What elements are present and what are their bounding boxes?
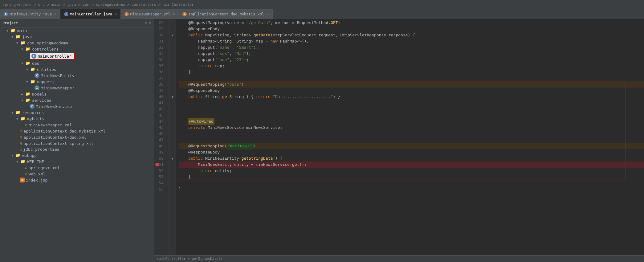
gutter-40[interactable]: ▼ [169, 94, 176, 100]
tab-mainController[interactable]: C mainController.java ✕ [60, 9, 121, 19]
tree-item-mybatis[interactable]: ▼ 📁 mybatis [0, 116, 154, 122]
line-num-47: 47 [154, 137, 166, 143]
code-line-51: MiniNewsEntity entity = minNewsService.g… [179, 162, 644, 168]
keyword: return [198, 63, 213, 69]
code-lines[interactable]: @RequestMapping(value = "/getData", meth… [176, 19, 644, 193]
tree-item-java[interactable]: ▼ 📁 java [0, 34, 154, 40]
code-line-38: @RequestMapping("data") [179, 81, 644, 88]
expand-arrow: ▶ [20, 92, 25, 96]
gutter-55 [169, 186, 176, 192]
code-text: ); [246, 51, 251, 57]
code-line-48: @RequestMapping("mininews") [179, 143, 644, 149]
editor-wrapper[interactable]: @RequestMapping(value = "/getData", meth… [176, 19, 644, 255]
tree-label: WEB-INF [27, 159, 44, 164]
tree-item-appCtx-dao-mybatis[interactable]: ≋ applicationContext.dao.mybatis.xml [0, 128, 154, 134]
code-text: @RequestMapping( [179, 81, 227, 88]
gutter-50[interactable]: ▼ [169, 155, 176, 162]
tree-item-resources[interactable]: ▼ 📁 resources [0, 109, 154, 116]
tree-item-mappers[interactable]: ▼ 📁 mappers [0, 79, 154, 85]
jsp-file-icon: JS [20, 178, 25, 182]
code-text: ; } [333, 94, 340, 100]
code-text: , [232, 44, 237, 51]
code-line-50: public MiniNewsEntity getStringData() { [179, 155, 644, 162]
line-num-33: 33 [154, 51, 166, 57]
tree-item-entities[interactable]: ▼ 📁 entities [0, 66, 154, 72]
tree-item-controllers[interactable]: ▼ 📁 controllers [0, 46, 154, 52]
line-num-54: 54 [154, 180, 166, 186]
tree-item-MiniNewsMapper-xml[interactable]: ≋ MiniNewsMapper.xml [0, 122, 154, 128]
tree-item-web-xml[interactable]: ≋ web.xml [0, 171, 154, 177]
editor-area: 28 29 30 31 32 33 34 35 36 37 38 39 40 4… [154, 19, 644, 262]
expand-icon[interactable]: ⊞ [149, 21, 151, 25]
tab-miniNewsMapper[interactable]: ≋ MiniNewsMapper.xml ✕ [121, 9, 179, 19]
tree-item-dao[interactable]: ▼ 📁 dao [0, 60, 154, 66]
tree-item-jdbc-props[interactable]: ⚙ jdbc.properties [0, 146, 154, 152]
gutter-52 [169, 168, 176, 174]
code-line-54 [179, 180, 644, 186]
gutter-34 [169, 57, 176, 63]
tree-item-main[interactable]: ▼ 📁 main [0, 27, 154, 34]
gutter-28 [169, 20, 176, 26]
gutter-45 [169, 125, 176, 131]
tree-item-MiniNewsEntity[interactable]: C MiniNewsEntity [0, 72, 154, 79]
xml-file-icon: ≋ [25, 171, 27, 176]
code-text: , [229, 51, 234, 57]
tab-miniNewsEntity[interactable]: C MiniNewsEntity.java ✕ [0, 9, 60, 19]
code-text: ) [242, 81, 244, 88]
tree-label: mappers [37, 80, 54, 84]
code-line-42 [179, 106, 644, 112]
close-tab-miniNewsMapper[interactable]: ✕ [173, 12, 175, 16]
close-tab-miniNewsEntity[interactable]: ✕ [54, 12, 56, 16]
tree-item-services[interactable]: ▼ 📁 services [0, 97, 154, 103]
tree-label: webapp [22, 153, 37, 158]
code-text: MiniNewsEntity [203, 155, 241, 162]
code-text: (HttpServletRequest request, HttpServlet… [270, 32, 415, 38]
expand-arrow: ▼ [20, 99, 25, 102]
expand-arrow: ▼ [15, 41, 20, 45]
tree-item-mainController[interactable]: C mainController [0, 52, 154, 60]
tree-item-MiniNewsMapper[interactable]: I MiniNewsMapper [0, 85, 154, 91]
code-text: @ResponseBody [179, 26, 220, 32]
tree-item-WEB-INF[interactable]: ▼ 📁 WEB-INF [0, 158, 154, 165]
settings-icon[interactable]: ⚙ [145, 21, 147, 25]
tree-label: MiniNewsService [36, 104, 72, 109]
string-val: "sex" [217, 51, 229, 57]
folder-icon: 📁 [25, 92, 31, 96]
code-text: MiniNewsService minNewsService; [205, 125, 282, 131]
expand-arrow: ▼ [25, 68, 30, 71]
line-num-39: 39 [154, 88, 166, 94]
expand-arrow: ▼ [25, 80, 30, 84]
code-text: ); [244, 57, 249, 63]
tree-item-springmvc-xml[interactable]: ≋ springmvc.xml [0, 165, 154, 171]
tree-item-index-jsp[interactable]: JS index.jsp [0, 177, 154, 183]
sidebar-header: Project ⚙ ⊞ [0, 19, 154, 27]
tree-item-appCtx-spring[interactable]: ≋ applicationContext-spring.xml [0, 140, 154, 146]
tree-item-models[interactable]: ▶ 📁 models [0, 91, 154, 97]
close-tab-applicationContext[interactable]: ✕ [267, 12, 269, 16]
string-val: "name" [217, 44, 232, 51]
tab-label: MiniNewsMapper.xml [130, 12, 170, 16]
tree-item-MiniNewsService[interactable]: C MiniNewsService [0, 103, 154, 109]
folder-icon: 📁 [25, 61, 31, 66]
gutter-44 [169, 118, 176, 125]
close-tab-mainController[interactable]: ✕ [115, 12, 117, 16]
line-num-29: 29 [154, 26, 166, 32]
tree-item-com[interactable]: ▼ 📁 com.springmvcdemo [0, 40, 154, 46]
gutter-30[interactable]: ▼ [169, 32, 176, 38]
tab-applicationContext[interactable]: ≋ applicationContext.dao.mybatis.xml ✕ [179, 9, 272, 19]
folder-icon: 📁 [20, 116, 26, 121]
tree-label: controllers [32, 47, 59, 51]
code-text [270, 94, 273, 100]
tree-item-webapp[interactable]: ▼ 📁 webapp [0, 152, 154, 158]
tree-item-appCtx-dao[interactable]: ≋ applicationContext-dao.xml [0, 134, 154, 140]
line-num-45: 45 [154, 125, 166, 131]
tree-label: MiniNewsEntity [41, 73, 75, 78]
line-num-40: 40 [154, 94, 166, 100]
java-file-icon: C [31, 54, 36, 59]
xml-file-icon: ≋ [25, 165, 27, 170]
gutter-49 [169, 149, 176, 155]
status-text: mainController > getStringData() [157, 257, 222, 261]
keyword: return [256, 94, 271, 100]
code-text [179, 32, 188, 38]
code-text: map.put( [179, 51, 217, 57]
